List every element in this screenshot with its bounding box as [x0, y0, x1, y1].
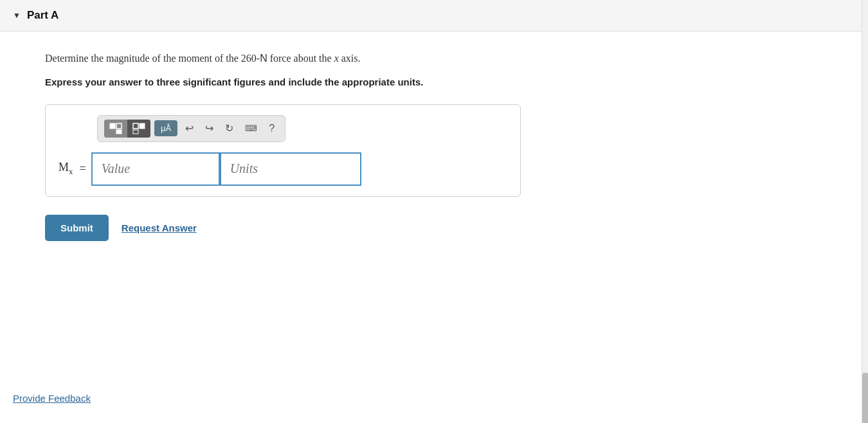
template-btn-1[interactable] — [104, 120, 127, 138]
svg-rect-0 — [110, 123, 115, 129]
mx-label: Mx — [59, 161, 73, 177]
main-content: Determine the magnitude of the moment of… — [0, 32, 868, 260]
input-row: Mx = — [59, 152, 507, 186]
value-input[interactable] — [91, 152, 220, 186]
question-x-var: x — [334, 53, 339, 64]
svg-rect-3 — [133, 123, 138, 129]
request-answer-link[interactable]: Request Answer — [122, 222, 197, 233]
question-N: N — [260, 53, 267, 64]
question-line1: Determine the magnitude of the moment of… — [45, 51, 823, 66]
svg-rect-5 — [133, 130, 138, 134]
question-line2: Express your answer to three significant… — [45, 75, 823, 90]
question-line1-end: axis. — [339, 53, 361, 64]
answer-box: μÅ ↩ ↪ ↻ ⌨ ? Mx = — [45, 104, 521, 197]
part-header: ▼ Part A — [0, 0, 868, 32]
scrollbar[interactable] — [862, 0, 868, 423]
mu-button[interactable]: μÅ — [154, 120, 177, 136]
undo-button[interactable]: ↩ — [181, 120, 197, 137]
submit-button[interactable]: Submit — [45, 215, 109, 241]
template-btn-2[interactable] — [127, 120, 150, 138]
help-button[interactable]: ? — [265, 120, 278, 137]
keyboard-button[interactable]: ⌨ — [241, 121, 261, 136]
svg-rect-2 — [116, 130, 122, 134]
x-subscript: x — [69, 166, 73, 176]
equals-sign: = — [80, 162, 86, 176]
action-row: Submit Request Answer — [45, 215, 823, 241]
question-line1-suffix: force about the — [267, 53, 334, 64]
math-toolbar: μÅ ↩ ↪ ↻ ⌨ ? — [97, 115, 285, 142]
template-btn-group — [104, 120, 150, 138]
svg-rect-4 — [140, 123, 145, 129]
redo-button[interactable]: ↪ — [201, 120, 217, 137]
question-line1-prefix: Determine the magnitude of the moment of… — [45, 53, 260, 64]
units-input[interactable] — [220, 152, 361, 186]
chevron-icon: ▼ — [13, 11, 21, 21]
part-title: Part A — [27, 9, 59, 22]
m-letter: M — [59, 161, 69, 174]
provide-feedback-link[interactable]: Provide Feedback — [0, 386, 104, 410]
refresh-button[interactable]: ↻ — [221, 120, 237, 137]
scrollbar-thumb[interactable] — [862, 373, 868, 423]
svg-rect-1 — [116, 123, 122, 129]
